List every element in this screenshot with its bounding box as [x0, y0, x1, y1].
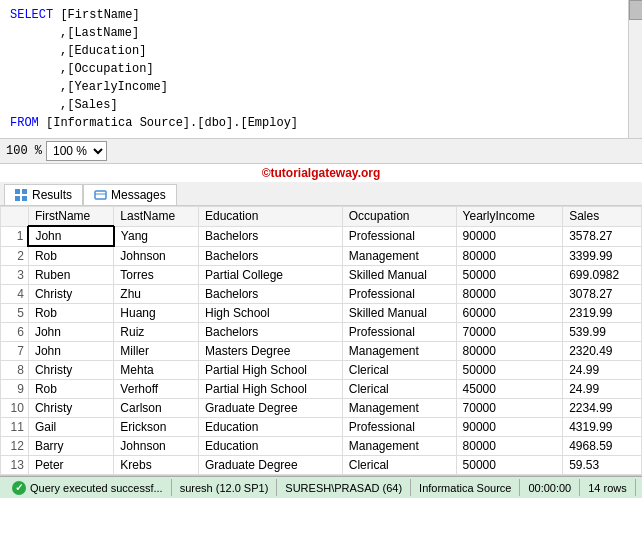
cell-yearlyincome[interactable]: 70000 — [456, 323, 563, 342]
tab-results[interactable]: Results — [4, 184, 83, 205]
table-row[interactable]: 6JohnRuizBachelorsProfessional70000539.9… — [1, 323, 642, 342]
cell-lastname[interactable]: Mehta — [114, 361, 199, 380]
cell-lastname[interactable]: Erickson — [114, 418, 199, 437]
cell-occupation[interactable]: Management — [342, 399, 456, 418]
cell-education[interactable]: Bachelors — [198, 226, 342, 246]
cell-lastname[interactable]: Ruiz — [114, 323, 199, 342]
cell-education[interactable]: Bachelors — [198, 285, 342, 304]
cell-firstname[interactable]: John — [28, 226, 113, 246]
zoom-dropdown[interactable]: 100 % — [46, 141, 107, 161]
cell-lastname[interactable]: Miller — [114, 342, 199, 361]
cell-occupation[interactable]: Professional — [342, 323, 456, 342]
cell-sales[interactable]: 2319.99 — [563, 304, 642, 323]
cell-lastname[interactable]: Johnson — [114, 437, 199, 456]
cell-firstname[interactable]: Gail — [28, 418, 113, 437]
cell-yearlyincome[interactable]: 80000 — [456, 285, 563, 304]
cell-lastname[interactable]: Huang — [114, 304, 199, 323]
cell-yearlyincome[interactable]: 60000 — [456, 304, 563, 323]
table-row[interactable]: 12BarryJohnsonEducationManagement8000049… — [1, 437, 642, 456]
table-row[interactable]: 4ChristyZhuBachelorsProfessional80000307… — [1, 285, 642, 304]
table-row[interactable]: 11GailEricksonEducationProfessional90000… — [1, 418, 642, 437]
cell-occupation[interactable]: Management — [342, 342, 456, 361]
cell-occupation[interactable]: Professional — [342, 285, 456, 304]
cell-yearlyincome[interactable]: 50000 — [456, 266, 563, 285]
cell-yearlyincome[interactable]: 80000 — [456, 246, 563, 266]
cell-firstname[interactable]: Rob — [28, 246, 113, 266]
cell-firstname[interactable]: Peter — [28, 456, 113, 475]
col-firstname[interactable]: FirstName — [28, 207, 113, 227]
cell-lastname[interactable]: Yang — [114, 226, 199, 246]
cell-occupation[interactable]: Skilled Manual — [342, 266, 456, 285]
cell-occupation[interactable]: Management — [342, 437, 456, 456]
cell-occupation[interactable]: Clerical — [342, 361, 456, 380]
cell-sales[interactable]: 2234.99 — [563, 399, 642, 418]
cell-lastname[interactable]: Torres — [114, 266, 199, 285]
cell-firstname[interactable]: Christy — [28, 361, 113, 380]
cell-education[interactable]: Education — [198, 418, 342, 437]
cell-occupation[interactable]: Professional — [342, 226, 456, 246]
cell-firstname[interactable]: Christy — [28, 399, 113, 418]
cell-sales[interactable]: 3399.99 — [563, 246, 642, 266]
col-sales[interactable]: Sales — [563, 207, 642, 227]
cell-education[interactable]: Partial High School — [198, 380, 342, 399]
col-lastname[interactable]: LastName — [114, 207, 199, 227]
table-row[interactable]: 8ChristyMehtaPartial High SchoolClerical… — [1, 361, 642, 380]
cell-firstname[interactable]: Barry — [28, 437, 113, 456]
cell-education[interactable]: Partial High School — [198, 361, 342, 380]
cell-education[interactable]: Masters Degree — [198, 342, 342, 361]
cell-firstname[interactable]: Rob — [28, 380, 113, 399]
cell-education[interactable]: Graduate Degree — [198, 456, 342, 475]
cell-sales[interactable]: 4319.99 — [563, 418, 642, 437]
cell-education[interactable]: Partial College — [198, 266, 342, 285]
cell-lastname[interactable]: Johnson — [114, 246, 199, 266]
cell-yearlyincome[interactable]: 50000 — [456, 361, 563, 380]
cell-occupation[interactable]: Clerical — [342, 380, 456, 399]
cell-yearlyincome[interactable]: 45000 — [456, 380, 563, 399]
results-container[interactable]: FirstName LastName Education Occupation … — [0, 206, 642, 476]
cell-sales[interactable]: 3078.27 — [563, 285, 642, 304]
cell-education[interactable]: Bachelors — [198, 246, 342, 266]
cell-yearlyincome[interactable]: 80000 — [456, 342, 563, 361]
table-row[interactable]: 5RobHuangHigh SchoolSkilled Manual600002… — [1, 304, 642, 323]
table-row[interactable]: 2RobJohnsonBachelorsManagement800003399.… — [1, 246, 642, 266]
cell-yearlyincome[interactable]: 70000 — [456, 399, 563, 418]
cell-sales[interactable]: 539.99 — [563, 323, 642, 342]
cell-firstname[interactable]: Ruben — [28, 266, 113, 285]
cell-education[interactable]: Graduate Degree — [198, 399, 342, 418]
table-row[interactable]: 10ChristyCarlsonGraduate DegreeManagemen… — [1, 399, 642, 418]
cell-yearlyincome[interactable]: 80000 — [456, 437, 563, 456]
cell-firstname[interactable]: John — [28, 323, 113, 342]
cell-lastname[interactable]: Krebs — [114, 456, 199, 475]
table-row[interactable]: 13PeterKrebsGraduate DegreeClerical50000… — [1, 456, 642, 475]
cell-lastname[interactable]: Carlson — [114, 399, 199, 418]
cell-occupation[interactable]: Clerical — [342, 456, 456, 475]
cell-firstname[interactable]: Christy — [28, 285, 113, 304]
editor-scrollbar-thumb[interactable] — [629, 0, 642, 20]
cell-lastname[interactable]: Verhoff — [114, 380, 199, 399]
cell-lastname[interactable]: Zhu — [114, 285, 199, 304]
cell-yearlyincome[interactable]: 90000 — [456, 226, 563, 246]
col-education[interactable]: Education — [198, 207, 342, 227]
editor-scrollbar[interactable] — [628, 0, 642, 138]
cell-firstname[interactable]: Rob — [28, 304, 113, 323]
cell-sales[interactable]: 3578.27 — [563, 226, 642, 246]
col-yearlyincome[interactable]: YearlyIncome — [456, 207, 563, 227]
cell-sales[interactable]: 24.99 — [563, 361, 642, 380]
cell-sales[interactable]: 24.99 — [563, 380, 642, 399]
cell-occupation[interactable]: Skilled Manual — [342, 304, 456, 323]
cell-occupation[interactable]: Management — [342, 246, 456, 266]
cell-education[interactable]: Bachelors — [198, 323, 342, 342]
cell-yearlyincome[interactable]: 50000 — [456, 456, 563, 475]
cell-firstname[interactable]: John — [28, 342, 113, 361]
table-row[interactable]: 9RobVerhoffPartial High SchoolClerical45… — [1, 380, 642, 399]
col-occupation[interactable]: Occupation — [342, 207, 456, 227]
table-row[interactable]: 1JohnYangBachelorsProfessional900003578.… — [1, 226, 642, 246]
cell-education[interactable]: High School — [198, 304, 342, 323]
cell-sales[interactable]: 699.0982 — [563, 266, 642, 285]
cell-sales[interactable]: 59.53 — [563, 456, 642, 475]
cell-yearlyincome[interactable]: 90000 — [456, 418, 563, 437]
cell-sales[interactable]: 2320.49 — [563, 342, 642, 361]
sql-editor[interactable]: SELECT [FirstName] ,[LastName] ,[Educati… — [0, 0, 642, 139]
cell-sales[interactable]: 4968.59 — [563, 437, 642, 456]
cell-education[interactable]: Education — [198, 437, 342, 456]
